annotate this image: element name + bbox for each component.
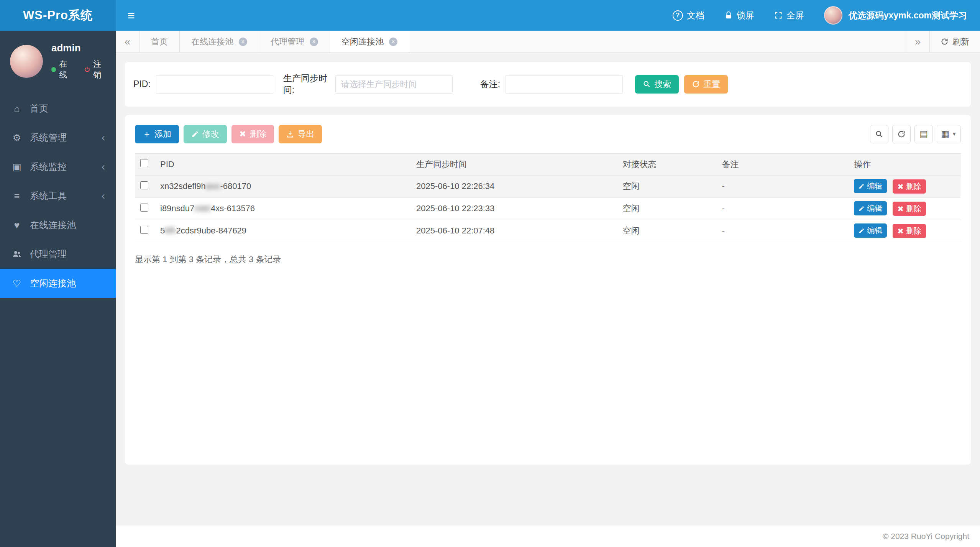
docs-link[interactable]: ? 文档: [673, 10, 704, 21]
export-button[interactable]: 导出: [279, 125, 322, 143]
power-icon: [84, 66, 91, 73]
remark-cell: -: [716, 197, 849, 220]
search-button[interactable]: 搜索: [635, 75, 679, 94]
tabs-scroll-left-button[interactable]: «: [116, 31, 140, 53]
table-row: i89nsdu7mb04xs-613576 2025-06-10 22:23:3…: [135, 197, 961, 220]
grid-panel: ＋ 添加 修改 ✖ 删除 导出: [125, 115, 971, 465]
pid-input[interactable]: [156, 75, 273, 94]
columns-button[interactable]: ▦ ▼: [937, 125, 961, 143]
x-icon: ✖: [897, 227, 904, 236]
masked-text: mb0: [194, 204, 211, 213]
tab-refresh-button[interactable]: 刷新: [929, 31, 980, 53]
top-header: WS-Pro系统 ≡ ? 文档 锁屏 全屏 优选源码yxymk.com测试学习: [0, 0, 980, 31]
header-menu: ? 文档 锁屏 全屏 优选源码yxymk.com测试学习: [673, 0, 980, 31]
remark-label: 备注:: [480, 78, 500, 90]
sidebar-item-online-pool[interactable]: ♥ 在线连接池: [0, 210, 116, 240]
sidebar-item-system-monitor[interactable]: ▣ 系统监控 ‹: [0, 152, 116, 181]
sidebar-item-home[interactable]: ⌂ 首页: [0, 94, 116, 123]
row-edit-button[interactable]: 编辑: [854, 179, 887, 193]
filter-panel: PID: 生产同步时间: 备注: 搜索 重置: [125, 62, 971, 107]
x-icon: ✖: [897, 182, 904, 191]
app-logo: WS-Pro系统: [0, 0, 116, 31]
main-area: « 首页 在线连接池 × 代理管理 × 空闲连接池 × » 刷新: [116, 31, 980, 547]
table-search-button[interactable]: [870, 125, 888, 143]
row-delete-button[interactable]: ✖ 删除: [893, 202, 926, 216]
table-view-button[interactable]: ▤: [914, 125, 933, 143]
table-icon: ▤: [920, 129, 928, 139]
grid-toolbar-right: ▤ ▦ ▼: [870, 125, 961, 143]
search-icon: [875, 130, 883, 138]
close-icon[interactable]: ×: [310, 38, 318, 46]
close-icon[interactable]: ×: [239, 38, 247, 46]
sidebar-toggle-button[interactable]: ≡: [116, 0, 146, 31]
sidebar-user-name: admin: [51, 42, 108, 54]
row-checkbox[interactable]: [140, 181, 148, 189]
sync-time-cell: 2025-06-10 22:23:33: [411, 197, 617, 220]
fullscreen-button[interactable]: 全屏: [774, 10, 804, 21]
refresh-icon: [897, 130, 906, 138]
delete-button[interactable]: ✖ 删除: [231, 125, 274, 143]
data-table: PID 生产同步时间 对接状态 备注 操作 xn32sdefl9hwvx-680…: [135, 153, 961, 242]
fullscreen-label: 全屏: [786, 10, 804, 21]
modify-button[interactable]: 修改: [184, 125, 227, 143]
table-refresh-button[interactable]: [892, 125, 911, 143]
users-icon: [11, 249, 23, 259]
heart-outline-icon: ♡: [11, 278, 23, 289]
pagination-summary: 显示第 1 到第 3 条记录，总共 3 条记录: [135, 254, 961, 265]
x-icon: ✖: [897, 204, 904, 214]
lock-icon: [724, 11, 733, 20]
col-status: 对接状态: [617, 153, 717, 175]
status-cell: 空闲: [617, 175, 717, 197]
sync-time-input[interactable]: [335, 75, 453, 94]
online-status-icon: [51, 67, 56, 72]
sidebar: admin 在线 注销 ⌂ 首页 ⚙ 系统管理 ‹ ▣: [0, 31, 116, 547]
row-delete-button[interactable]: ✖ 删除: [893, 179, 926, 194]
lock-label: 锁屏: [737, 10, 754, 21]
grid-toolbar: ＋ 添加 修改 ✖ 删除 导出: [135, 125, 961, 143]
refresh-icon: [941, 38, 949, 46]
row-delete-button[interactable]: ✖ 删除: [893, 224, 926, 238]
row-checkbox[interactable]: [140, 204, 148, 212]
sidebar-avatar: [10, 45, 43, 78]
table-header-row: PID 生产同步时间 对接状态 备注 操作: [135, 153, 961, 175]
columns-grid-icon: ▦: [941, 129, 949, 139]
row-edit-button[interactable]: 编辑: [854, 223, 887, 238]
tab-home[interactable]: 首页: [140, 31, 180, 53]
close-icon[interactable]: ×: [389, 38, 397, 46]
sync-time-cell: 2025-06-10 22:26:34: [411, 175, 617, 197]
pid-cell: 5kfh2cdsr9ube-847629: [155, 220, 411, 242]
select-all-checkbox[interactable]: [140, 159, 148, 167]
pencil-icon: [859, 183, 865, 189]
refresh-label: 刷新: [952, 36, 969, 48]
tab-idle-pool[interactable]: 空闲连接池 ×: [330, 31, 409, 53]
tab-proxy-management[interactable]: 代理管理 ×: [259, 31, 330, 53]
row-checkbox[interactable]: [140, 226, 148, 234]
pencil-icon: [191, 130, 199, 138]
pid-cell: xn32sdefl9hwvx-680170: [155, 175, 411, 197]
chevron-left-icon: ‹: [102, 190, 105, 202]
monitor-icon: ▣: [11, 161, 23, 172]
sidebar-item-system-tools[interactable]: ≡ 系统工具 ‹: [0, 181, 116, 210]
sidebar-item-system-management[interactable]: ⚙ 系统管理 ‹: [0, 123, 116, 152]
fullscreen-icon: [774, 11, 783, 20]
user-dropdown[interactable]: 优选源码yxymk.com测试学习: [824, 6, 967, 25]
remark-input[interactable]: [506, 75, 623, 94]
add-button[interactable]: ＋ 添加: [135, 125, 179, 143]
sidebar-item-proxy-management[interactable]: 代理管理: [0, 240, 116, 269]
actions-cell: 编辑 ✖ 删除: [849, 175, 961, 197]
home-icon: ⌂: [11, 103, 23, 114]
sidebar-user-panel: admin 在线 注销: [0, 31, 116, 92]
sidebar-item-idle-pool[interactable]: ♡ 空闲连接池: [0, 269, 116, 298]
sync-time-cell: 2025-06-10 22:07:48: [411, 220, 617, 242]
page-footer: © 2023 RuoYi Copyright: [116, 526, 980, 547]
docs-label: 文档: [687, 10, 704, 21]
tab-online-pool[interactable]: 在线连接池 ×: [180, 31, 259, 53]
tabs-scroll-right-button[interactable]: »: [906, 31, 929, 53]
refresh-icon: [692, 80, 700, 88]
lock-screen-button[interactable]: 锁屏: [724, 10, 754, 21]
actions-cell: 编辑 ✖ 删除: [849, 197, 961, 220]
reset-button[interactable]: 重置: [684, 75, 728, 94]
status-cell: 空闲: [617, 220, 717, 242]
row-edit-button[interactable]: 编辑: [854, 201, 887, 215]
logout-link[interactable]: 注销: [84, 59, 108, 80]
